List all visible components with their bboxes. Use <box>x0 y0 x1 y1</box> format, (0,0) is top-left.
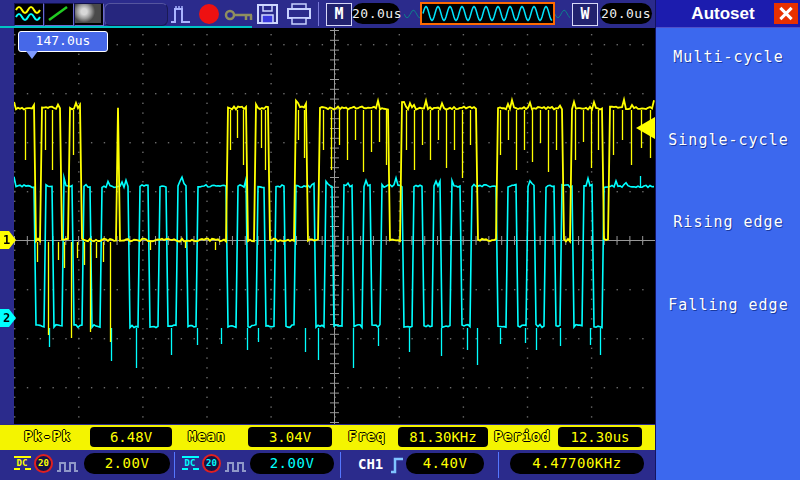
ch1-coupling-icon[interactable]: DC <box>12 456 32 470</box>
freq-value: 81.30KHz <box>398 427 488 447</box>
delay-time-tag[interactable]: 147.0us <box>18 31 108 52</box>
toolbar: M 20.0us W 20.0us <box>0 0 655 28</box>
waveform-display <box>14 28 655 424</box>
ch1-scale-value[interactable]: 2.00V <box>84 453 170 474</box>
diagonal-line-icon <box>45 4 71 23</box>
menu-title: Autoset <box>656 4 774 24</box>
period-label: Period <box>494 428 551 444</box>
status-divider-3 <box>498 452 499 478</box>
multi-cycle-label: Multi-cycle <box>656 48 800 66</box>
pkpk-label: Pk-Pk <box>24 428 71 444</box>
mean-value: 3.04V <box>248 427 332 447</box>
rising-edge-label: Rising edge <box>656 213 800 231</box>
autoset-menu: Autoset Multi-cycle Single-cycle Rising … <box>655 0 800 480</box>
ch2-bandwidth-icon[interactable]: 20 <box>202 454 221 473</box>
print-button[interactable] <box>286 3 314 29</box>
channel-display-button[interactable] <box>14 3 44 26</box>
ch2-ground-marker[interactable]: 2 <box>0 309 16 327</box>
trigger-source-label[interactable]: CH1 <box>358 456 383 472</box>
oscilloscope-screen: M 20.0us W 20.0us 147.0us 1 2 Pk-Pk 6.48… <box>0 0 800 480</box>
close-button[interactable] <box>774 3 798 24</box>
delay-time-pointer <box>26 51 38 59</box>
save-button[interactable] <box>256 3 280 29</box>
status-bar: DC 20 2.00V DC 20 2.00V CH1 4.40V 4.4770… <box>0 450 655 480</box>
record-button[interactable] <box>199 4 219 24</box>
lock-button[interactable] <box>224 7 256 26</box>
acquisition-preview-strip[interactable] <box>404 2 570 26</box>
trigger-frequency-counter: 4.47700KHz <box>510 453 644 474</box>
trigger-rising-edge-icon <box>390 455 405 479</box>
ch1-bandwidth-icon[interactable]: 20 <box>34 454 53 473</box>
ch2-coupling-icon[interactable]: DC <box>180 456 200 470</box>
trigger-level-marker[interactable] <box>636 117 655 139</box>
ch1-marker-label: 1 <box>3 233 10 247</box>
single-cycle-label: Single-cycle <box>656 131 800 149</box>
printer-icon <box>286 3 314 25</box>
main-timebase-badge: M <box>326 3 352 26</box>
falling-edge-label: Falling edge <box>656 296 800 314</box>
pulse-icon <box>170 2 196 26</box>
window-timebase-value: 20.0us <box>600 3 652 24</box>
status-divider-2 <box>340 452 341 478</box>
dual-wave-icon <box>15 4 41 23</box>
cursor-line-button[interactable] <box>44 3 74 26</box>
window-timebase-badge: W <box>572 3 598 26</box>
snapshot-button[interactable] <box>74 3 104 26</box>
key-icon <box>224 8 256 22</box>
ch2-scale-value[interactable]: 2.00V <box>250 453 334 474</box>
trigger-level-value[interactable]: 4.40V <box>406 453 484 474</box>
autoset-menu-header: Autoset <box>656 0 800 28</box>
ch2-probe-icon[interactable] <box>224 458 247 477</box>
main-timebase-value: 20.0us <box>352 3 400 24</box>
status-divider-1 <box>174 452 175 478</box>
toolbar-recessed-field <box>104 3 168 26</box>
trigger-arrow-icon <box>636 117 655 139</box>
mean-label: Mean <box>188 428 226 444</box>
measurement-bar: Pk-Pk 6.48V Mean 3.04V Freq 81.30KHz Per… <box>0 425 655 450</box>
pkpk-value: 6.48V <box>90 427 172 447</box>
ch2-marker-label: 2 <box>3 311 10 325</box>
ch1-ground-marker[interactable]: 1 <box>0 231 16 249</box>
floppy-disk-icon <box>256 3 280 25</box>
freq-label: Freq <box>348 428 386 444</box>
ch1-probe-icon[interactable] <box>56 458 79 477</box>
toolbar-divider <box>318 2 319 26</box>
photo-thumbnail-icon <box>75 4 101 23</box>
period-value: 12.30us <box>558 427 642 447</box>
